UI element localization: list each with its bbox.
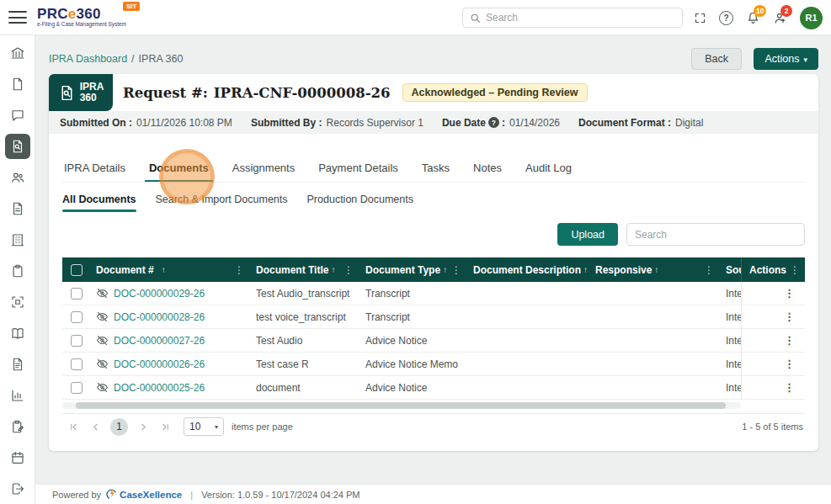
help-icon: ? — [719, 11, 733, 25]
column-menu-icon[interactable]: ⋮ — [788, 264, 802, 276]
document-number-link[interactable]: DOC-000000029-26 — [114, 288, 205, 300]
source-cell: Internal — [721, 335, 741, 347]
building-icon — [10, 232, 25, 247]
tab-notes[interactable]: Notes — [471, 162, 503, 174]
column-menu-icon[interactable]: ⋮ — [702, 264, 716, 276]
column-header-document-title[interactable]: Document Title ↑ ⋮ — [251, 257, 360, 282]
horizontal-scrollbar-thumb[interactable] — [76, 402, 726, 409]
sidebar-item-ipra-requests[interactable] — [5, 134, 30, 159]
sidebar-item-exit[interactable] — [5, 476, 30, 501]
global-search-input[interactable] — [486, 12, 675, 24]
sidebar-item-document-details[interactable] — [5, 196, 30, 221]
horizontal-scrollbar-track[interactable] — [62, 402, 741, 409]
pager: 1 10 ▾ items per page 1 - 5 of 5 items — [62, 413, 805, 439]
due-date-help-icon[interactable]: ? — [488, 117, 499, 128]
row-checkbox[interactable] — [71, 311, 83, 323]
pager-first-button[interactable] — [64, 417, 83, 436]
sidebar-item-users[interactable] — [5, 165, 30, 190]
document-search-icon — [58, 84, 76, 102]
column-header-document-number[interactable]: Document # ↑ ⋮ — [91, 257, 251, 282]
actions-button[interactable]: Actions▾ — [754, 48, 818, 70]
sidebar-item-documents[interactable] — [5, 72, 30, 97]
request-title: Request #: IPRA-CNF-0000008-26 Acknowled… — [123, 74, 588, 111]
table-row: DOC-000000025-26 document Advice Notice … — [62, 376, 741, 400]
tab-payment-details[interactable]: Payment Details — [317, 162, 400, 174]
sidebar-item-case-notes[interactable] — [5, 414, 30, 439]
version-label: Version: 1.0.59 - 10/17/2024 04:24 PM — [201, 490, 360, 500]
sort-asc-icon: ↑ — [443, 265, 447, 274]
document-number-link[interactable]: DOC-000000027-26 — [114, 335, 205, 347]
app-footer: Powered by CaseXellence | Version: 1.0.5… — [35, 484, 831, 504]
app-logo[interactable]: PRCe360 e-Filing & Case Management Syste… — [37, 8, 126, 27]
menu-toggle-button[interactable] — [8, 11, 27, 24]
help-button[interactable]: ? — [719, 11, 733, 25]
upload-button[interactable]: Upload — [557, 223, 618, 246]
subtab-production-documents[interactable]: Production Documents — [307, 194, 413, 205]
tab-ipra-details[interactable]: IPRA Details — [62, 162, 127, 174]
notifications-button[interactable]: 10 — [746, 11, 760, 25]
sidebar-item-institution[interactable] — [5, 40, 30, 66]
sort-asc-icon: ↑ — [583, 265, 588, 274]
column-menu-icon[interactable]: ⋮ — [232, 264, 246, 276]
row-checkbox[interactable] — [71, 358, 83, 370]
document-number-link[interactable]: DOC-000000028-26 — [114, 311, 205, 323]
document-title-cell: Test Audio_transcript — [251, 288, 360, 300]
sidebar-item-tasks[interactable] — [5, 258, 30, 284]
row-actions-menu-icon[interactable]: ⋮ — [784, 310, 795, 323]
table-row: DOC-000000026-26 Test case R Advice Noti… — [62, 353, 741, 376]
row-actions-menu-icon[interactable]: ⋮ — [784, 287, 795, 300]
pager-prev-button[interactable] — [86, 417, 104, 436]
row-checkbox[interactable] — [71, 382, 83, 394]
breadcrumb: IPRA Dashboard / IPRA 360 — [49, 53, 183, 65]
row-checkbox[interactable] — [71, 335, 83, 347]
column-menu-icon[interactable]: ⋮ — [342, 264, 355, 276]
subtab-search-import-documents[interactable]: Search & Import Documents — [156, 194, 288, 205]
user-upload-button[interactable]: 2 — [773, 11, 787, 25]
sort-asc-icon: ↑ — [162, 265, 166, 274]
tab-assignments[interactable]: Assignments — [231, 162, 296, 174]
sidebar-item-reports[interactable] — [5, 383, 30, 408]
footer-separator: | — [190, 490, 193, 500]
document-number-link[interactable]: DOC-000000026-26 — [114, 358, 205, 370]
column-header-document-description[interactable]: Document Description ↑ ⋮ — [468, 257, 590, 282]
eye-off-icon — [96, 334, 109, 347]
eye-off-icon — [96, 381, 109, 394]
sidebar-item-scan[interactable] — [5, 289, 30, 315]
select-all-checkbox[interactable] — [71, 264, 83, 276]
fullscreen-button[interactable] — [694, 12, 706, 24]
pager-page-1[interactable]: 1 — [110, 418, 128, 436]
request-card: IPRA 360 Request #: IPRA-CNF-0000008-26 … — [49, 74, 818, 451]
row-actions-menu-icon[interactable]: ⋮ — [784, 358, 795, 370]
page-size-dropdown[interactable]: 10 ▾ — [184, 417, 224, 436]
tab-documents[interactable]: Documents — [147, 162, 210, 174]
sidebar-item-records[interactable] — [5, 321, 30, 346]
row-actions-menu-icon[interactable]: ⋮ — [784, 381, 795, 394]
row-checkbox[interactable] — [71, 288, 83, 300]
column-header-responsive[interactable]: Responsive ↑ ⋮ — [590, 257, 721, 282]
sidebar-item-document-archive[interactable] — [5, 352, 30, 377]
sidebar-item-organization[interactable] — [5, 227, 30, 252]
sidebar-item-messages[interactable] — [5, 103, 30, 128]
tab-audit-log[interactable]: Audit Log — [524, 162, 573, 174]
logo-tagline: e-Filing & Case Management System — [37, 21, 126, 27]
back-button[interactable]: Back — [691, 48, 742, 70]
main-content: IPRA Dashboard / IPRA 360 Back Actions▾ … — [35, 35, 831, 484]
sidebar-item-calendar[interactable] — [5, 445, 30, 470]
row-actions-menu-icon[interactable]: ⋮ — [784, 334, 795, 347]
document-number-link[interactable]: DOC-000000025-26 — [114, 382, 205, 394]
subtab-all-documents[interactable]: All Documents — [62, 194, 136, 205]
table-row: DOC-000000028-26 test voice_transcript T… — [62, 305, 741, 329]
column-header-source[interactable]: Source — [721, 257, 741, 282]
chart-icon — [10, 388, 25, 403]
tab-tasks[interactable]: Tasks — [420, 162, 451, 174]
first-page-icon — [68, 422, 79, 432]
pager-last-button[interactable] — [156, 417, 174, 436]
documents-search-input[interactable] — [626, 223, 805, 246]
column-header-document-type[interactable]: Document Type ↑ ⋮ — [360, 257, 468, 282]
column-menu-icon[interactable]: ⋮ — [450, 264, 463, 276]
pager-next-button[interactable] — [134, 417, 152, 436]
document-title-cell: document — [251, 382, 360, 394]
breadcrumb-link-ipra-dashboard[interactable]: IPRA Dashboard — [49, 53, 127, 65]
document-title-cell: Test Audio — [251, 335, 360, 347]
user-avatar[interactable]: R1 — [800, 7, 823, 29]
